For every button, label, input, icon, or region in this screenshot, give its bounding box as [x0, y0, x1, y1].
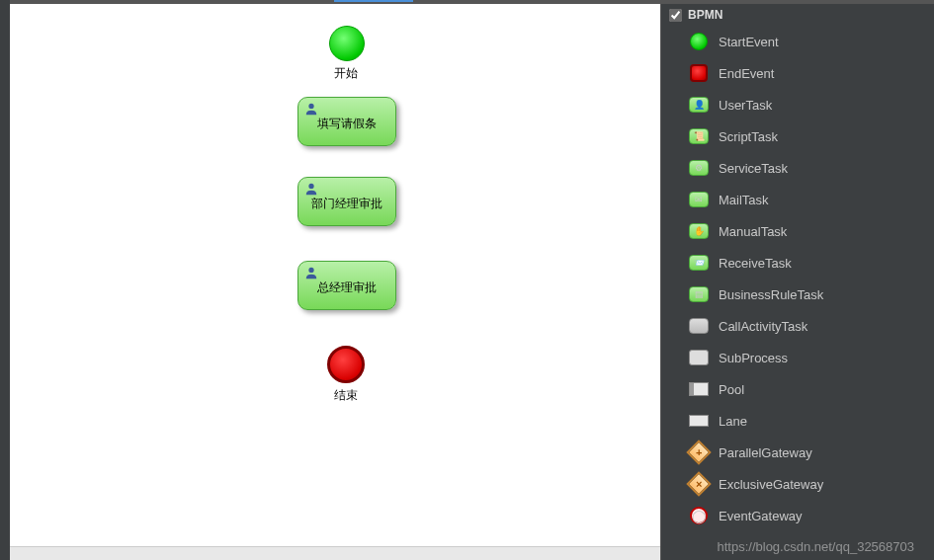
palette-item-label: ScriptTask	[719, 129, 778, 144]
palette-item-servicetask[interactable]: ⚙ ServiceTask	[661, 152, 934, 184]
user-icon	[304, 102, 318, 116]
palette-item-label: MailTask	[719, 193, 769, 207]
palette-item-label: ManualTask	[719, 224, 787, 239]
palette-group-checkbox[interactable]	[669, 9, 682, 22]
svg-point-2	[308, 268, 313, 273]
user-task-node-2[interactable]: 部门经理审批	[297, 177, 396, 226]
left-gutter	[0, 0, 10, 560]
task-label: 部门经理审批	[311, 196, 382, 212]
business-rule-task-icon: ▤	[689, 284, 709, 304]
user-icon	[304, 266, 318, 280]
end-event-icon	[689, 63, 709, 83]
task-label: 总经理审批	[317, 280, 377, 296]
end-event-label: 结束	[316, 387, 376, 404]
palette-item-parallelgateway[interactable]: + ParallelGateway	[661, 437, 934, 468]
palette-item-usertask[interactable]: 👤 UserTask	[661, 89, 934, 120]
palette-item-endevent[interactable]: EndEvent	[661, 57, 934, 89]
exclusive-gateway-icon: ×	[689, 474, 709, 494]
palette-header[interactable]: BPMN	[661, 4, 934, 26]
mail-task-icon: ✉	[689, 190, 709, 209]
event-gateway-icon: ◯	[689, 506, 709, 525]
task-label: 填写请假条	[317, 116, 377, 132]
palette-item-label: ExclusiveGateway	[719, 477, 823, 492]
palette-item-label: BusinessRuleTask	[719, 287, 823, 302]
palette-item-callactivitytask[interactable]: CallActivityTask	[661, 310, 934, 342]
subprocess-icon	[689, 348, 709, 367]
palette-item-mailtask[interactable]: ✉ MailTask	[661, 184, 934, 215]
palette-item-label: EventGateway	[719, 509, 803, 523]
manual-task-icon: ✋	[689, 221, 709, 241]
start-event-icon	[689, 32, 709, 51]
script-task-icon: 📜	[689, 126, 709, 146]
palette-item-manualtask[interactable]: ✋ ManualTask	[661, 215, 934, 247]
parallel-gateway-icon: +	[689, 442, 709, 462]
palette-title: BPMN	[688, 8, 722, 22]
user-task-node-1[interactable]: 填写请假条	[297, 97, 396, 146]
palette-item-startevent[interactable]: StartEvent	[661, 26, 934, 57]
active-tab-indicator	[334, 0, 413, 2]
receive-task-icon: 📨	[689, 253, 709, 273]
palette-item-label: SubProcess	[719, 351, 788, 365]
svg-point-1	[308, 184, 313, 189]
horizontal-scrollbar[interactable]	[10, 546, 660, 560]
palette-item-eventgateway[interactable]: ◯ EventGateway	[661, 500, 934, 531]
call-activity-task-icon	[689, 316, 709, 336]
user-icon	[304, 182, 318, 196]
service-task-icon: ⚙	[689, 158, 709, 178]
palette-item-businessruletask[interactable]: ▤ BusinessRuleTask	[661, 279, 934, 310]
palette-item-label: Lane	[719, 414, 747, 429]
palette-item-scripttask[interactable]: 📜 ScriptTask	[661, 120, 934, 152]
start-event-label: 开始	[316, 65, 376, 82]
user-task-icon: 👤	[689, 95, 709, 115]
palette-item-pool[interactable]: Pool	[661, 373, 934, 405]
user-task-node-3[interactable]: 总经理审批	[297, 261, 396, 310]
svg-point-0	[308, 104, 313, 109]
palette-item-receivetask[interactable]: 📨 ReceiveTask	[661, 247, 934, 279]
palette-item-subprocess[interactable]: SubProcess	[661, 342, 934, 373]
palette-item-label: EndEvent	[719, 66, 774, 81]
pool-icon	[689, 379, 709, 399]
start-event-node[interactable]	[329, 26, 365, 61]
palette-item-label: ServiceTask	[719, 161, 788, 176]
lane-icon	[689, 411, 709, 431]
palette-item-label: CallActivityTask	[719, 319, 807, 334]
palette-item-lane[interactable]: Lane	[661, 405, 934, 437]
palette-item-label: ParallelGateway	[719, 445, 812, 460]
palette-item-label: Pool	[719, 382, 744, 397]
palette-item-label: ReceiveTask	[719, 256, 792, 271]
palette-item-exclusivegateway[interactable]: × ExclusiveGateway	[661, 468, 934, 500]
palette-item-label: UserTask	[719, 98, 772, 113]
end-event-node[interactable]	[327, 346, 365, 383]
bpmn-palette: BPMN StartEvent EndEvent 👤 UserTask 📜 Sc…	[660, 0, 934, 560]
diagram-canvas[interactable]: 开始 填写请假条 部门经理审批 总经理审批 结束	[10, 0, 660, 560]
palette-item-label: StartEvent	[719, 35, 779, 49]
